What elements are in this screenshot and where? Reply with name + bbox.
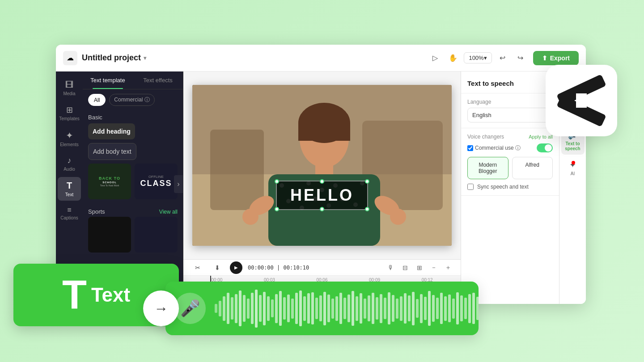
sidebar-item-templates[interactable]: ⊞ Templates	[58, 101, 81, 125]
mic-tool-button[interactable]: 🎙	[386, 262, 396, 273]
sidebar-item-captions[interactable]: ≡ Captions	[58, 202, 81, 224]
wave-bar-14	[271, 299, 274, 317]
wave-bar-39	[372, 293, 374, 324]
wave-bar-63	[468, 294, 471, 323]
scroll-arrow-right[interactable]: ›	[174, 175, 183, 193]
sidebar-captions-label: Captions	[60, 215, 78, 220]
tab-text-effects[interactable]: Text effects	[133, 72, 183, 89]
text-icon: T	[67, 181, 72, 191]
language-select-wrapper: English	[467, 108, 553, 122]
top-bar-center: ▷ ✋ 100%▾ ↩ ↪	[428, 51, 527, 65]
wave-bar-49	[412, 292, 415, 325]
filter-all-button[interactable]: All	[88, 94, 106, 106]
handle-tr[interactable]	[365, 179, 369, 184]
handle-bl[interactable]	[275, 207, 279, 211]
split-tool-button[interactable]: ⊞	[414, 262, 425, 273]
wave-bar-47	[404, 293, 407, 324]
handle-tl[interactable]	[275, 179, 279, 184]
waveform-bars	[215, 290, 479, 326]
wave-bar-18	[287, 295, 290, 322]
video-background: HELLO	[192, 85, 452, 246]
capcut-logo-shape	[557, 80, 606, 121]
wave-bar-42	[384, 298, 386, 319]
view-all-button[interactable]: View all	[159, 209, 178, 215]
sidebar-item-media[interactable]: 🎞 Media	[58, 77, 81, 100]
time-separator: |	[277, 265, 283, 271]
wave-bar-9	[251, 293, 254, 324]
capcut-logo-big	[546, 65, 617, 136]
wave-bar-59	[452, 299, 455, 319]
template-back-to-school[interactable]: BACK TO SCHOOL Time To Hard Work	[88, 164, 131, 199]
time-total-value: 00:10:10	[283, 265, 309, 271]
export-button[interactable]: ⬆ Export	[533, 51, 579, 65]
zoom-out-button[interactable]: －	[428, 262, 439, 273]
play-button[interactable]: ▶	[230, 261, 242, 274]
commercial-checkbox[interactable]	[467, 145, 473, 151]
commercial-toggle[interactable]	[537, 143, 553, 152]
canvas-area: HELLO ✂ ⬇ ▶ 00:00:00 | 00:10:10	[183, 72, 461, 304]
wave-bar-31	[339, 293, 342, 324]
section-basic-title: Basic	[83, 110, 183, 123]
template-class[interactable]: OFFLINE CLASS	[135, 164, 178, 199]
microphone-icon: 🎤	[180, 299, 200, 318]
tts-header: Text to speech ✕	[461, 72, 559, 93]
voice-modern-blogger[interactable]: Modern Blogger	[467, 157, 508, 179]
undo-button[interactable]: ↩	[496, 51, 510, 65]
wave-bar-24	[311, 292, 314, 324]
wave-bar-13	[267, 296, 270, 321]
top-bar-left: ☁ Untitled project ▾	[63, 51, 423, 65]
voice-grid: Modern Blogger Alfred	[467, 157, 553, 179]
wave-bar-48	[408, 295, 411, 321]
wave-bar-57	[444, 296, 447, 321]
sports-template-1[interactable]	[88, 217, 131, 253]
caption-tool-button[interactable]: ⊟	[400, 262, 411, 273]
select-tool-button[interactable]: ▷	[428, 51, 442, 65]
handle-bm[interactable]	[320, 207, 324, 211]
language-select[interactable]: English	[467, 108, 553, 122]
wave-bar-52	[424, 297, 427, 320]
redo-button[interactable]: ↪	[513, 51, 528, 65]
wave-bar-4	[231, 297, 233, 320]
tab-text-template[interactable]: Text template	[83, 72, 133, 89]
sync-checkbox[interactable]	[467, 184, 474, 190]
sidebar-audio-label: Audio	[64, 167, 75, 172]
zoom-in-button[interactable]: ＋	[443, 262, 453, 273]
wave-bar-32	[343, 298, 346, 319]
bts-content: BACK TO SCHOOL Time To Hard Work	[90, 165, 129, 198]
text-feature-label: Text	[91, 284, 130, 306]
hand-tool-button[interactable]: ✋	[446, 51, 460, 65]
sports-template-2[interactable]	[135, 217, 178, 253]
sidebar-item-audio[interactable]: ♪ Audio	[58, 152, 81, 175]
wave-bar-19	[291, 299, 294, 319]
timeline-controls: ✂ ⬇ ▶ 00:00:00 | 00:10:10 🎙 ⊟ ⊞ －	[183, 260, 461, 276]
add-heading-button[interactable]: Add heading	[88, 123, 135, 139]
wave-bar-35	[356, 296, 358, 321]
apply-all-button[interactable]: Apply to all	[529, 134, 553, 139]
sync-row: Sync speech and text	[467, 184, 553, 190]
voice-alfred[interactable]: Alfred	[512, 157, 553, 179]
strip-item-ai[interactable]: ✦ AI	[561, 156, 585, 180]
sidebar-item-elements[interactable]: ✦ Elements	[58, 126, 81, 151]
handle-br[interactable]	[365, 207, 369, 211]
filter-commercial-button[interactable]: Commercial ⓘ	[109, 94, 154, 106]
wave-bar-34	[352, 291, 354, 326]
template-class-text: CLASS	[140, 179, 172, 188]
tts-title: Text to speech	[467, 80, 514, 87]
zoom-value: 100%	[469, 55, 483, 61]
handle-tm[interactable]	[320, 179, 324, 184]
commercial-use-label: Commercial use ⓘ	[475, 144, 521, 152]
wave-bar-12	[263, 292, 266, 325]
canvas-viewport: HELLO	[183, 72, 461, 259]
language-label: Language	[467, 99, 553, 105]
wave-bar-28	[327, 295, 330, 322]
add-body-text-button[interactable]: Add body text	[88, 143, 136, 160]
zoom-control[interactable]: 100%▾	[464, 52, 491, 63]
chevron-down-icon[interactable]: ▾	[144, 55, 146, 61]
sidebar-elements-label: Elements	[60, 142, 79, 147]
trim-button[interactable]: ✂	[191, 261, 205, 275]
sports-grid	[83, 217, 183, 258]
download-button[interactable]: ⬇	[210, 261, 225, 275]
hello-text-overlay[interactable]: HELLO	[276, 181, 368, 210]
sidebar-item-text[interactable]: T Text	[58, 177, 81, 201]
wave-bar-38	[368, 295, 370, 321]
